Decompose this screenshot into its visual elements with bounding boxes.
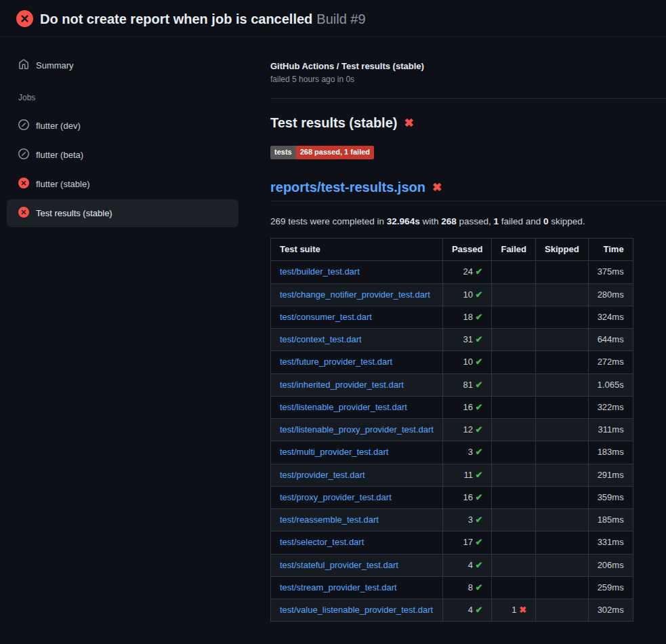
passed-cell: 3 ✔ bbox=[442, 509, 492, 531]
badge-value: 268 passed, 1 failed bbox=[296, 146, 374, 159]
time-cell: 375ms bbox=[588, 261, 633, 283]
failed-status-icon bbox=[18, 178, 29, 190]
sidebar-item-label: flutter (beta) bbox=[36, 150, 83, 160]
failed-cell bbox=[492, 554, 536, 576]
suite-link[interactable]: test/context_test.dart bbox=[280, 334, 362, 344]
time-cell: 311ms bbox=[588, 419, 633, 441]
table-row: test/value_listenable_provider_test.dart… bbox=[271, 599, 633, 622]
suite-cell: test/builder_test.dart bbox=[271, 261, 443, 283]
time-cell: 280ms bbox=[588, 283, 633, 306]
failed-x-icon: ✖ bbox=[404, 117, 413, 129]
tests-summary: 269 tests were completed in 32.964s with… bbox=[270, 216, 666, 226]
failed-cell bbox=[492, 464, 536, 486]
suite-link[interactable]: test/builder_test.dart bbox=[280, 266, 360, 277]
passed-cell: 8 ✔ bbox=[442, 576, 492, 599]
tests-badge: tests 268 passed, 1 failed bbox=[270, 146, 374, 159]
skipped-cell bbox=[536, 329, 589, 351]
check-icon: ✔ bbox=[476, 515, 483, 525]
suite-link[interactable]: test/stateful_provider_test.dart bbox=[280, 560, 398, 570]
failed-cell bbox=[492, 306, 536, 328]
check-icon: ✔ bbox=[476, 537, 483, 547]
table-row: test/builder_test.dart24 ✔375ms bbox=[271, 261, 633, 283]
run-title: Do not create report when job is cancell… bbox=[40, 12, 312, 26]
sidebar-item-label: flutter (stable) bbox=[36, 179, 89, 189]
results-table: Test suite Passed Failed Skipped Time te… bbox=[270, 238, 633, 622]
table-row: test/stateful_provider_test.dart4 ✔206ms bbox=[271, 554, 633, 576]
table-row: test/future_provider_test.dart10 ✔272ms bbox=[271, 351, 633, 374]
cancelled-icon bbox=[18, 119, 29, 132]
passed-cell: 16 ✔ bbox=[442, 486, 492, 508]
check-icon: ✔ bbox=[476, 447, 483, 457]
suite-link[interactable]: test/multi_provider_test.dart bbox=[280, 447, 388, 457]
sidebar-item-flutter-beta[interactable]: flutter (beta) bbox=[7, 141, 238, 169]
sidebar-item-label: Summary bbox=[36, 60, 74, 71]
suite-cell: test/proxy_provider_test.dart bbox=[271, 486, 443, 508]
suite-link[interactable]: test/change_notifier_provider_test.dart bbox=[280, 289, 430, 300]
suite-cell: test/multi_provider_test.dart bbox=[271, 441, 443, 464]
badge-label: tests bbox=[270, 146, 296, 159]
suite-link[interactable]: test/selector_test.dart bbox=[280, 537, 364, 547]
check-icon: ✔ bbox=[476, 402, 483, 412]
sidebar-item-flutter-stable[interactable]: flutter (stable) bbox=[7, 170, 238, 198]
failed-x-icon: ✖ bbox=[432, 182, 442, 193]
column-header-test-suite: Test suite bbox=[271, 239, 443, 261]
page-title: Do not create report when job is cancell… bbox=[40, 11, 366, 27]
passed-cell: 18 ✔ bbox=[442, 306, 492, 328]
failed-status-icon bbox=[18, 207, 29, 220]
run-status-line: failed 5 hours ago in 0s bbox=[270, 75, 666, 84]
table-row: test/multi_provider_test.dart3 ✔183ms bbox=[271, 441, 633, 464]
check-icon: ✔ bbox=[476, 289, 483, 300]
time-cell: 302ms bbox=[588, 599, 633, 622]
report-link[interactable]: reports/test-results.json bbox=[270, 180, 425, 195]
suite-cell: test/stream_provider_test.dart bbox=[271, 576, 443, 599]
table-row: test/proxy_provider_test.dart16 ✔359ms bbox=[271, 486, 633, 508]
suite-link[interactable]: test/value_listenable_provider_test.dart bbox=[280, 605, 433, 615]
section-title-text: Test results (stable) bbox=[270, 115, 397, 131]
suite-link[interactable]: test/consumer_test.dart bbox=[280, 312, 372, 322]
time-cell: 291ms bbox=[588, 464, 633, 486]
home-icon bbox=[18, 59, 29, 72]
skipped-cell bbox=[536, 599, 589, 622]
sidebar-item-summary[interactable]: Summary bbox=[7, 52, 238, 79]
table-row: test/stream_provider_test.dart8 ✔259ms bbox=[271, 576, 633, 599]
suite-link[interactable]: test/stream_provider_test.dart bbox=[280, 582, 397, 592]
suite-cell: test/context_test.dart bbox=[271, 329, 443, 351]
summary-text: skipped. bbox=[549, 216, 585, 226]
check-icon: ✔ bbox=[476, 424, 483, 435]
failed-cell: 1 ✖ bbox=[492, 599, 536, 622]
check-icon: ✔ bbox=[476, 605, 483, 615]
sidebar-item-test-results-stable[interactable]: Test results (stable) bbox=[7, 199, 238, 227]
check-icon: ✔ bbox=[476, 582, 483, 592]
jobs-heading: Jobs bbox=[7, 81, 238, 112]
table-row: test/change_notifier_provider_test.dart1… bbox=[271, 283, 633, 306]
time-cell: 206ms bbox=[588, 554, 633, 576]
divider bbox=[270, 98, 666, 99]
suite-link[interactable]: test/reassemble_test.dart bbox=[280, 515, 379, 525]
failed-cell bbox=[492, 419, 536, 441]
column-header-passed: Passed bbox=[442, 239, 492, 261]
suite-link[interactable]: test/listenable_proxy_provider_test.dart bbox=[280, 424, 434, 435]
skipped-cell bbox=[536, 576, 589, 599]
time-cell: 183ms bbox=[588, 441, 633, 464]
suite-link[interactable]: test/future_provider_test.dart bbox=[280, 357, 392, 367]
table-row: test/context_test.dart31 ✔644ms bbox=[271, 329, 633, 351]
suite-link[interactable]: test/inherited_provider_test.dart bbox=[280, 380, 404, 390]
build-number: Build #9 bbox=[316, 12, 365, 26]
time-cell: 1.065s bbox=[588, 374, 633, 396]
time-cell: 185ms bbox=[588, 509, 633, 531]
skipped-cell bbox=[536, 306, 589, 328]
main-content: GitHub Actions / Test results (stable) f… bbox=[270, 37, 666, 622]
suite-link[interactable]: test/provider_test.dart bbox=[280, 470, 365, 480]
section-title: Test results (stable) ✖ bbox=[270, 115, 666, 131]
check-icon: ✔ bbox=[476, 560, 483, 570]
suite-link[interactable]: test/proxy_provider_test.dart bbox=[280, 492, 392, 502]
suite-cell: test/selector_test.dart bbox=[271, 531, 443, 554]
summary-skipped-count: 0 bbox=[543, 216, 549, 226]
failed-cell bbox=[492, 351, 536, 374]
failed-cell bbox=[492, 509, 536, 531]
suite-link[interactable]: test/listenable_provider_test.dart bbox=[280, 402, 407, 412]
column-header-skipped: Skipped bbox=[536, 239, 589, 261]
sidebar-item-flutter-dev[interactable]: flutter (dev) bbox=[7, 112, 238, 140]
suite-cell: test/listenable_proxy_provider_test.dart bbox=[271, 419, 443, 441]
suite-cell: test/provider_test.dart bbox=[271, 464, 443, 486]
